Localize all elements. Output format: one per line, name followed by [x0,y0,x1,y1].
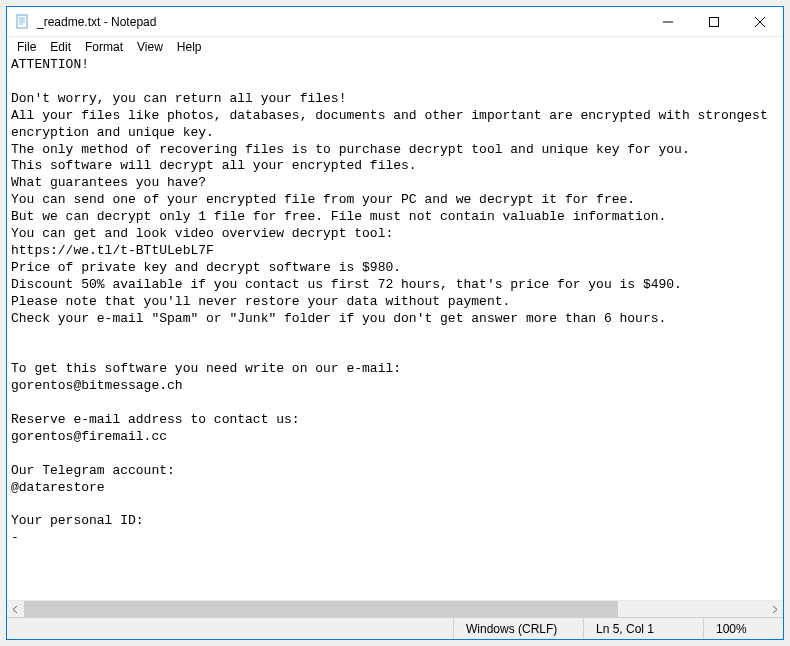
menubar: File Edit Format View Help [7,37,783,57]
scroll-right-button[interactable] [766,601,783,618]
text-editor[interactable]: ATTENTION! Don't worry, you can return a… [7,57,783,600]
notepad-icon [15,14,31,30]
menu-help[interactable]: Help [171,39,208,55]
window-controls [645,7,783,36]
titlebar: _readme.txt - Notepad [7,7,783,37]
menu-view[interactable]: View [131,39,169,55]
scroll-thumb[interactable] [24,601,618,618]
window-title: _readme.txt - Notepad [37,15,645,29]
menu-file[interactable]: File [11,39,42,55]
horizontal-scrollbar[interactable] [7,600,783,617]
scroll-left-button[interactable] [7,601,24,618]
svg-rect-6 [710,17,719,26]
menu-format[interactable]: Format [79,39,129,55]
svg-rect-0 [17,15,27,28]
notepad-window: _readme.txt - Notepad File Edit Format V… [6,6,784,640]
statusbar: Windows (CRLF) Ln 5, Col 1 100% [7,617,783,639]
status-position: Ln 5, Col 1 [583,618,703,639]
status-encoding: Windows (CRLF) [453,618,583,639]
maximize-button[interactable] [691,7,737,36]
close-button[interactable] [737,7,783,36]
scroll-track[interactable] [24,601,766,618]
status-zoom: 100% [703,618,783,639]
content-area: ATTENTION! Don't worry, you can return a… [7,57,783,617]
minimize-button[interactable] [645,7,691,36]
menu-edit[interactable]: Edit [44,39,77,55]
